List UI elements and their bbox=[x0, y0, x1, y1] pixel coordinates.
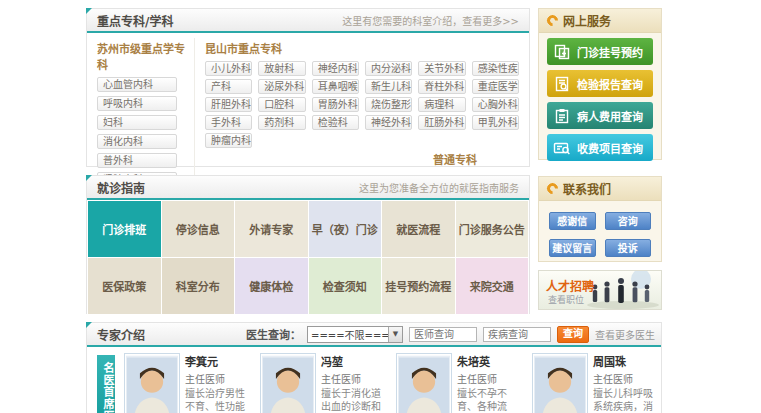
guide-tile[interactable]: 健康体检 bbox=[235, 258, 308, 314]
specialty-button[interactable]: 脊柱外科 bbox=[418, 79, 465, 94]
expert-card[interactable]: 周国珠 主任医师 擅长儿科呼吸系统疾病，消化系统疾… bbox=[532, 353, 661, 413]
service-button[interactable]: 收费项目查询 bbox=[547, 134, 653, 161]
general-specialty-link[interactable]: 普通专科 bbox=[205, 148, 519, 167]
specialty-button[interactable]: 妇科 bbox=[97, 115, 177, 130]
doctor-search-label: 医生查询： bbox=[246, 326, 301, 342]
guide-tile[interactable]: 医保政策 bbox=[88, 258, 161, 314]
guide-tile[interactable]: 科室分布 bbox=[162, 258, 235, 314]
expert-card[interactable]: 冯堃 主任医师 擅长于消化道出血的诊断和治疗和… bbox=[260, 353, 389, 413]
specialty-button[interactable]: 检验科 bbox=[312, 115, 359, 130]
specialty-button[interactable]: 耳鼻咽喉科 bbox=[312, 79, 359, 94]
recruitment-title: 人才招聘 bbox=[546, 277, 594, 294]
specialty-button[interactable]: 烧伤整形外科 bbox=[365, 97, 412, 112]
specialty-button[interactable]: 小儿外科 bbox=[205, 61, 252, 76]
doctor-name: 周国珠 bbox=[593, 353, 657, 369]
guide-tile[interactable]: 挂号预约流程 bbox=[382, 258, 455, 314]
expert-cards-row: 李箕元 主任医师 擅长治疗男性不育、性功能障碍、前… 冯堃 主任医师 擅长于消化… bbox=[117, 353, 661, 413]
service-button[interactable]: 病人费用查询 bbox=[547, 102, 653, 129]
doctor-rank: 主任医师 bbox=[457, 371, 521, 386]
specialty-button[interactable]: 口腔科 bbox=[258, 97, 305, 112]
specialty-button[interactable]: 心血管内科 bbox=[97, 77, 177, 92]
service-button-list: 门诊挂号预约检验报告查询病人费用查询收费项目查询 bbox=[539, 38, 661, 161]
specialty-button[interactable]: 感染性疾病科 bbox=[472, 61, 519, 76]
chevron-down-icon[interactable]: ▼ bbox=[388, 327, 402, 342]
department-select[interactable]: ====不限==== ▼ bbox=[307, 326, 403, 343]
doctor-photo[interactable] bbox=[532, 353, 588, 413]
city-specialty-column: 苏州市级重点学专科 心血管内科呼吸内科妇科消化内科普外科肾脏内科 bbox=[97, 38, 195, 191]
contact-button[interactable]: 投诉 bbox=[605, 239, 652, 257]
portrait-placeholder bbox=[126, 355, 178, 413]
contact-button[interactable]: 建议留言 bbox=[549, 239, 596, 257]
specialty-button[interactable]: 放射科 bbox=[258, 61, 305, 76]
chief-doctors-tab[interactable]: 名医首席医师 bbox=[97, 355, 115, 413]
specialty-button[interactable]: 泌尿外科 bbox=[258, 79, 305, 94]
doctor-info: 周国珠 主任医师 擅长儿科呼吸系统疾病，消化系统疾… bbox=[593, 353, 657, 413]
contact-us-header: 联系我们 bbox=[539, 177, 661, 201]
guide-tile[interactable]: 停诊信息 bbox=[162, 201, 235, 257]
disease-search-input[interactable] bbox=[483, 327, 551, 342]
contact-button[interactable]: 感谢信 bbox=[549, 212, 596, 230]
specialty-button[interactable]: 胃肠外科 bbox=[312, 97, 359, 112]
search-button[interactable]: 查询 bbox=[557, 326, 589, 343]
guide-tile[interactable]: 门诊服务公告 bbox=[456, 201, 529, 257]
recruitment-banner[interactable]: 人才招聘 查看职位 bbox=[538, 270, 662, 310]
doctor-rank: 主任医师 bbox=[321, 371, 385, 386]
portrait-placeholder bbox=[262, 355, 314, 413]
specialty-button[interactable]: 心胸外科 bbox=[472, 97, 519, 112]
view-positions-link[interactable]: 查看职位 bbox=[548, 293, 584, 306]
specialty-button[interactable]: 神经外科 bbox=[365, 115, 412, 130]
specialties-body: 苏州市级重点学专科 心血管内科呼吸内科妇科消化内科普外科肾脏内科 昆山市重点专科… bbox=[87, 33, 529, 191]
doctor-search-input[interactable] bbox=[409, 327, 477, 342]
doctor-photo[interactable] bbox=[396, 353, 452, 413]
specialty-button[interactable]: 内分泌科 bbox=[365, 61, 412, 76]
service-button[interactable]: 检验报告查询 bbox=[547, 70, 653, 97]
specialty-button[interactable]: 新生儿科 bbox=[365, 79, 412, 94]
doctor-name: 冯堃 bbox=[321, 353, 385, 369]
specialty-button[interactable]: 关节外科 bbox=[418, 61, 465, 76]
service-button[interactable]: 门诊挂号预约 bbox=[547, 38, 653, 65]
doctor-photo[interactable] bbox=[124, 353, 180, 413]
specialty-button[interactable]: 神经内科 bbox=[312, 61, 359, 76]
see-more-specialties-link[interactable]: 这里有您需要的科室介绍，查看更多>> bbox=[342, 13, 519, 28]
specialty-button[interactable]: 产科 bbox=[205, 79, 252, 94]
guide-tile-grid: 门诊排班停诊信息外请专家早（夜）门诊就医流程门诊服务公告医保政策科室分布健康体检… bbox=[87, 200, 529, 315]
recruitment-people-illustration bbox=[583, 271, 661, 309]
specialty-button[interactable]: 甲乳外科 bbox=[472, 115, 519, 130]
specialty-button[interactable]: 肛肠外科 bbox=[418, 115, 465, 130]
contact-button-grid: 感谢信咨询建议留言投诉 bbox=[539, 201, 661, 268]
guide-tile[interactable]: 就医流程 bbox=[382, 201, 455, 257]
specialty-button[interactable]: 肝胆外科 bbox=[205, 97, 252, 112]
expert-card[interactable]: 朱培英 主任医师 擅长不孕不育、各种流产、妇科内分… bbox=[396, 353, 525, 413]
guide-tile[interactable]: 来院交通 bbox=[456, 258, 529, 314]
specialty-button[interactable]: 肿瘤内科 bbox=[205, 133, 252, 148]
guide-tile[interactable]: 早（夜）门诊 bbox=[309, 201, 382, 257]
city-group-label: 苏州市级重点学专科 bbox=[97, 40, 194, 72]
more-doctors-link[interactable]: 查看更多医生 bbox=[595, 327, 655, 342]
c-ring-icon bbox=[545, 13, 561, 29]
experts-body: 名医首席医师 李箕元 主任医师 擅长治疗男性不育、性功能障碍、前… bbox=[87, 347, 661, 413]
specialty-button[interactable]: 呼吸内科 bbox=[97, 96, 177, 111]
guide-tile[interactable]: 门诊排班 bbox=[88, 201, 161, 257]
guide-tile[interactable]: 检查须知 bbox=[309, 258, 382, 314]
key-specialties-header: 重点专科/学科 这里有您需要的科室介绍，查看更多>> bbox=[87, 9, 529, 33]
section-title: 重点专科/学科 bbox=[97, 12, 173, 29]
experts-panel: 专家介绍 医生查询： ====不限==== ▼ 查询 查看更多医生 名医首席医师 bbox=[86, 322, 662, 413]
specialty-button[interactable]: 消化内科 bbox=[97, 134, 177, 149]
specialty-button[interactable]: 普外科 bbox=[97, 153, 177, 168]
doctor-photo[interactable] bbox=[260, 353, 316, 413]
visit-guide-panel: 就诊指南 这里为您准备全方位的就医指南服务 门诊排班停诊信息外请专家早（夜）门诊… bbox=[86, 175, 530, 314]
service-button-label: 门诊挂号预约 bbox=[577, 44, 643, 60]
specialty-button[interactable]: 重症医学科 bbox=[472, 79, 519, 94]
expert-card[interactable]: 李箕元 主任医师 擅长治疗男性不育、性功能障碍、前… bbox=[124, 353, 253, 413]
sidebar-section-title: 网上服务 bbox=[563, 12, 611, 29]
guide-tile[interactable]: 外请专家 bbox=[235, 201, 308, 257]
contact-us-panel: 联系我们 感谢信咨询建议留言投诉 bbox=[538, 176, 662, 262]
specialty-button[interactable]: 手外科 bbox=[205, 115, 252, 130]
doctor-info: 朱培英 主任医师 擅长不孕不育、各种流产、妇科内分… bbox=[457, 353, 521, 413]
doctor-info: 冯堃 主任医师 擅长于消化道出血的诊断和治疗和… bbox=[321, 353, 385, 413]
section-title: 专家介绍 bbox=[97, 326, 145, 343]
doctor-rank: 主任医师 bbox=[593, 371, 657, 386]
specialty-button[interactable]: 病理科 bbox=[418, 97, 465, 112]
contact-button[interactable]: 咨询 bbox=[605, 212, 652, 230]
specialty-button[interactable]: 药剂科 bbox=[258, 115, 305, 130]
